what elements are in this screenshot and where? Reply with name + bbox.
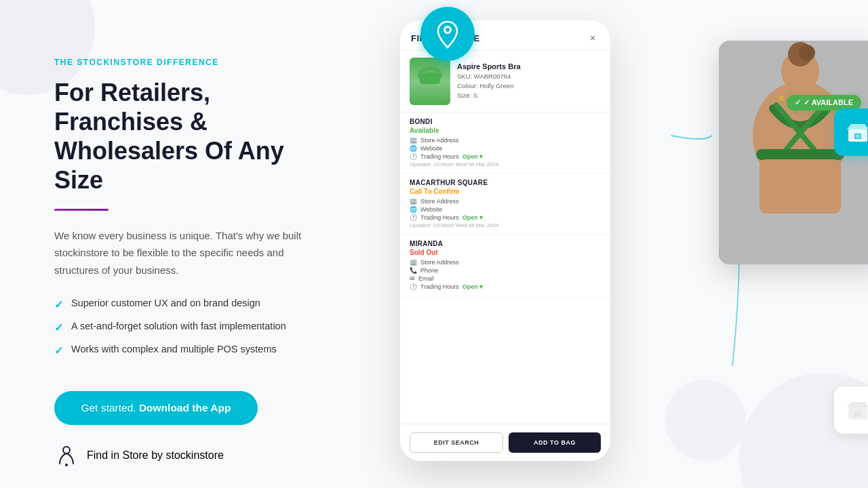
- store-icon-inactive: ✕: [834, 386, 868, 434]
- location-pin-circle: [420, 7, 475, 61]
- store-hours-bondi: 🕐 Trading Hours Open ▾: [410, 153, 601, 160]
- store-list: BONDI Available 🏢 Store Address 🌐 Websit…: [400, 113, 610, 424]
- features-list: ✓ Superior customer UX and on brand desi…: [54, 298, 326, 367]
- cta-button[interactable]: Get started. Download the App: [54, 391, 258, 425]
- store-address-bondi: 🏢 Store Address: [410, 137, 601, 144]
- product-thumb-img: [410, 58, 450, 105]
- svg-point-0: [63, 447, 70, 453]
- building-icon-mac: 🏢: [410, 198, 417, 205]
- check-icon-3: ✓: [54, 344, 63, 357]
- product-size: Size: S: [457, 91, 521, 100]
- svg-rect-12: [756, 149, 844, 160]
- store-updated-bondi: Updated: 10:00am Wed 06 Mar 2024: [410, 161, 601, 167]
- clock-icon-mir: 🕐: [410, 283, 417, 290]
- store-status-bondi: Available: [410, 127, 601, 134]
- check-icon-2: ✓: [54, 321, 63, 334]
- store-icon-available: [834, 108, 868, 156]
- phone-icon-mir: 📞: [410, 267, 417, 274]
- store-status-macarthur: Call To Confirm: [410, 188, 601, 195]
- store-name-bondi: BONDI: [410, 118, 601, 125]
- globe-icon-bondi: 🌐: [410, 145, 417, 152]
- svg-rect-3: [420, 73, 440, 84]
- store-address-macarthur: 🏢 Store Address: [410, 198, 601, 205]
- store-updated-macarthur: Updated: 10:00am Wed 06 Mar 2024: [410, 222, 601, 228]
- building-icon-mir: 🏢: [410, 259, 417, 266]
- description: We know every business is unique. That's…: [54, 227, 326, 279]
- clock-icon-mac: 🕐: [410, 214, 417, 221]
- svg-rect-17: [855, 134, 861, 138]
- left-panel: THE STOCKINSTORE DIFFERENCE For Retailer…: [0, 0, 366, 488]
- phone-inner: FIND IN STORE ×: [400, 20, 610, 461]
- svg-rect-13: [760, 159, 841, 214]
- clock-icon-bondi: 🕐: [410, 153, 417, 160]
- feature-text-1: Superior customer UX and on brand design: [71, 298, 260, 308]
- svg-rect-19: [854, 411, 861, 417]
- cta-prefix: Get started.: [81, 402, 136, 413]
- right-panel: FIND IN STORE ×: [366, 0, 868, 488]
- svg-point-5: [446, 28, 450, 32]
- store-name-miranda: MIRANDA: [410, 240, 601, 247]
- store-status-miranda: Sold Out: [410, 249, 601, 256]
- phone-mockup: FIND IN STORE ×: [400, 20, 610, 461]
- product-name: Aspire Sports Bra: [457, 62, 521, 70]
- edit-search-button[interactable]: EDIT SEARCH: [410, 432, 503, 453]
- product-thumbnail: [410, 58, 450, 105]
- store-website-bondi: 🌐 Website: [410, 145, 601, 152]
- store-item-macarthur: MACARTHUR SQUARE Call To Confirm 🏢 Store…: [400, 174, 610, 235]
- store-name-macarthur: MACARTHUR SQUARE: [410, 179, 601, 186]
- email-icon-mir: ✉: [410, 275, 415, 282]
- product-details: Aspire Sports Bra SKU: WABR00764 Colour:…: [457, 58, 521, 105]
- divider: [54, 209, 108, 211]
- cta-bold: Download the App: [139, 402, 231, 413]
- feature-item-3: ✓ Works with complex and multiple POS sy…: [54, 344, 326, 357]
- tagline: THE STOCKINSTORE DIFFERENCE: [54, 58, 326, 67]
- svg-point-1: [65, 464, 68, 466]
- feature-item-2: ✓ A set-and-forget solution with fast im…: [54, 321, 326, 334]
- check-available-icon: ✓: [795, 98, 801, 107]
- store-phone-miranda: 📞 Phone: [410, 267, 601, 274]
- store-item-bondi: BONDI Available 🏢 Store Address 🌐 Websit…: [400, 113, 610, 174]
- svg-point-9: [799, 45, 815, 61]
- feature-item-1: ✓ Superior customer UX and on brand desi…: [54, 298, 326, 311]
- building-icon: 🏢: [410, 137, 417, 144]
- product-sku: SKU: WABR00764: [457, 72, 521, 81]
- brand-logo-icon: [54, 443, 79, 468]
- product-colour: Colour: Holly Green: [457, 81, 521, 91]
- available-label: ✓ AVAILABLE: [804, 98, 853, 107]
- page-container: THE STOCKINSTORE DIFFERENCE For Retailer…: [0, 0, 868, 488]
- brand-name: Find in Store by stockinstore: [87, 449, 224, 462]
- brand-footer: Find in Store by stockinstore: [54, 443, 224, 468]
- store-website-macarthur: 🌐 Website: [410, 206, 601, 213]
- store-hours-miranda: 🕐 Trading Hours Open ▾: [410, 283, 601, 290]
- store-item-miranda: MIRANDA Sold Out 🏢 Store Address 📞 Phone…: [400, 235, 610, 298]
- product-info: Aspire Sports Bra SKU: WABR00764 Colour:…: [400, 51, 610, 113]
- main-heading: For Retailers, Franchises & Wholesalers …: [54, 78, 326, 195]
- store-address-miranda: 🏢 Store Address: [410, 259, 601, 266]
- store-hours-macarthur: 🕐 Trading Hours Open ▾: [410, 214, 601, 221]
- globe-icon-mac: 🌐: [410, 206, 417, 213]
- add-to-bag-button[interactable]: ADD TO BAG: [509, 432, 601, 453]
- feature-text-3: Works with complex and multiple POS syst…: [71, 344, 277, 354]
- store-email-miranda: ✉ Email: [410, 275, 601, 282]
- check-icon-1: ✓: [54, 298, 63, 311]
- modal-footer: EDIT SEARCH ADD TO BAG: [400, 424, 610, 461]
- feature-text-2: A set-and-forget solution with fast impl…: [71, 321, 286, 331]
- svg-point-14: [778, 96, 784, 101]
- modal-close-button[interactable]: ×: [586, 31, 599, 45]
